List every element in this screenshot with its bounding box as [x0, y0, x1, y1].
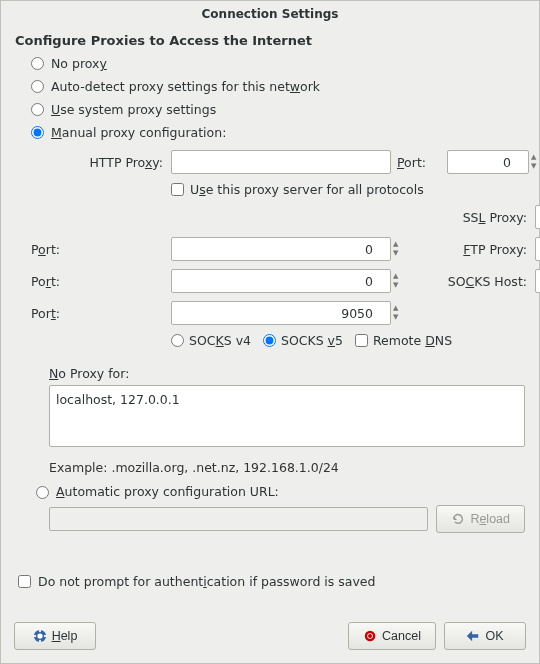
ftp-port-input[interactable] — [171, 269, 391, 293]
remote-dns-option[interactable]: Remote DNS — [355, 333, 452, 348]
socks-port-input[interactable] — [171, 301, 391, 325]
ok-icon — [466, 629, 480, 643]
http-proxy-input[interactable] — [171, 150, 391, 174]
use-all-label: Use this proxy server for all protocols — [190, 182, 424, 197]
radio-pac-url-label: Automatic proxy configuration URL: — [56, 484, 279, 499]
http-port-input[interactable] — [447, 150, 529, 174]
radio-auto-detect-input[interactable] — [31, 80, 44, 93]
help-button[interactable]: Help — [14, 622, 96, 650]
no-proxy-example: Example: .mozilla.org, .net.nz, 192.168.… — [49, 460, 525, 475]
reload-label: Reload — [470, 512, 510, 526]
socks-v5-option[interactable]: SOCKS v5 — [263, 333, 343, 348]
radio-pac-url[interactable]: Automatic proxy configuration URL: — [31, 483, 525, 499]
radio-pac-url-input[interactable] — [36, 486, 49, 499]
socks-host-label: SOCKS Host: — [447, 274, 529, 289]
socks-v5-label: SOCKS v5 — [281, 333, 343, 348]
ssl-proxy-label: SSL Proxy: — [447, 210, 529, 225]
ftp-proxy-label: FTP Proxy: — [447, 242, 529, 257]
svg-rect-5 — [44, 635, 47, 637]
ok-button[interactable]: OK — [444, 622, 526, 650]
ssl-port-spinner[interactable]: ▲▼ — [393, 240, 405, 258]
cancel-label: Cancel — [382, 629, 421, 643]
ssl-proxy-input[interactable] — [535, 205, 540, 229]
radio-no-proxy[interactable]: No proxy — [15, 52, 525, 75]
reload-button[interactable]: Reload — [436, 505, 525, 533]
radio-no-proxy-label: No proxy — [51, 56, 107, 71]
radio-manual-proxy-input[interactable] — [31, 126, 44, 139]
no-prompt-option[interactable]: Do not prompt for authentication if pass… — [14, 572, 375, 591]
socks-v5-radio[interactable] — [263, 334, 276, 347]
no-proxy-textarea[interactable]: localhost, 127.0.0.1 — [49, 385, 525, 447]
svg-point-1 — [37, 633, 42, 638]
socks-port-label: Port: — [31, 306, 165, 321]
cancel-icon — [363, 629, 377, 643]
cancel-button[interactable]: Cancel — [348, 622, 436, 650]
radio-manual-proxy-label: Manual proxy configuration: — [51, 125, 226, 140]
ok-label: OK — [485, 629, 503, 643]
ftp-port-spinner[interactable]: ▲▼ — [393, 272, 405, 290]
radio-no-proxy-input[interactable] — [31, 57, 44, 70]
socks-host-input[interactable] — [535, 269, 540, 293]
pac-url-input[interactable] — [49, 507, 428, 531]
radio-auto-detect-label: Auto-detect proxy settings for this netw… — [51, 79, 320, 94]
radio-manual-proxy[interactable]: Manual proxy configuration: — [15, 121, 525, 144]
radio-system-proxy[interactable]: Use system proxy settings — [15, 98, 525, 121]
no-prompt-checkbox[interactable] — [18, 575, 31, 588]
socks-v4-radio[interactable] — [171, 334, 184, 347]
svg-rect-3 — [39, 640, 41, 643]
remote-dns-label: Remote DNS — [373, 333, 452, 348]
help-icon — [33, 629, 47, 643]
radio-auto-detect[interactable]: Auto-detect proxy settings for this netw… — [15, 75, 525, 98]
socks-v4-label: SOCKS v4 — [189, 333, 251, 348]
svg-rect-4 — [33, 635, 36, 637]
reload-icon — [451, 512, 465, 526]
ssl-port-label: Port: — [31, 242, 165, 257]
svg-rect-2 — [39, 629, 41, 632]
svg-point-8 — [368, 634, 372, 638]
use-all-checkbox[interactable] — [171, 183, 184, 196]
radio-system-proxy-label: Use system proxy settings — [51, 102, 216, 117]
no-prompt-label: Do not prompt for authentication if pass… — [38, 574, 375, 589]
socks-v4-option[interactable]: SOCKS v4 — [171, 333, 251, 348]
http-proxy-label: HTTP Proxy: — [31, 155, 165, 170]
section-heading: Configure Proxies to Access the Internet — [15, 33, 525, 48]
radio-system-proxy-input[interactable] — [31, 103, 44, 116]
no-proxy-label: No Proxy for: — [49, 366, 525, 381]
window-title: Connection Settings — [1, 1, 539, 23]
http-port-spinner[interactable]: ▲▼ — [531, 153, 540, 171]
http-port-label: Port: — [397, 155, 441, 170]
help-label: Help — [52, 629, 78, 643]
ftp-port-label: Port: — [31, 274, 165, 289]
ssl-port-input[interactable] — [171, 237, 391, 261]
ftp-proxy-input[interactable] — [535, 237, 540, 261]
socks-port-spinner[interactable]: ▲▼ — [393, 304, 405, 322]
remote-dns-checkbox[interactable] — [355, 334, 368, 347]
